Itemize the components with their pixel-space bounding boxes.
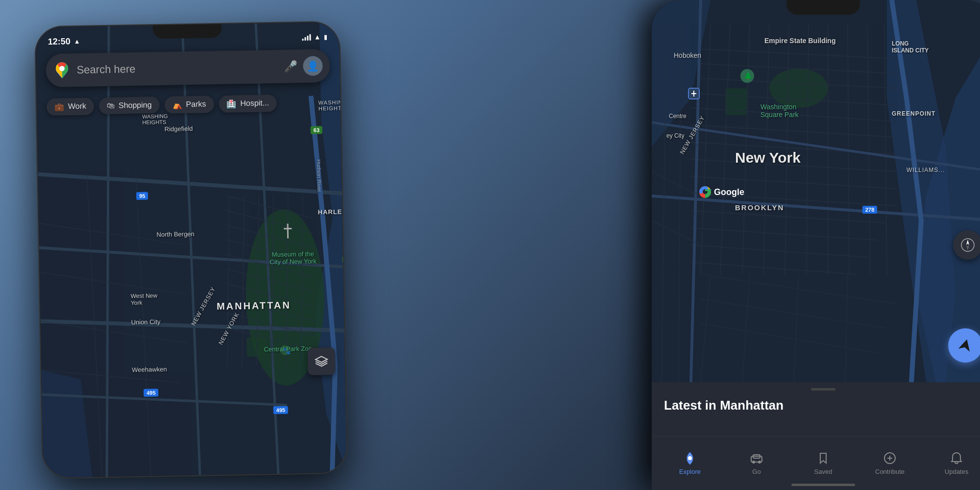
hospital-icon: 🏥 xyxy=(226,99,236,108)
direction-arrow-icon xyxy=(956,337,974,354)
tab-saved[interactable]: Saved xyxy=(790,451,857,475)
tab-updates[interactable]: Updates xyxy=(923,451,980,475)
explore-tab-icon xyxy=(683,451,697,465)
route-badge-278: 278 xyxy=(862,206,877,214)
svg-point-87 xyxy=(688,456,692,460)
compass-button[interactable] xyxy=(953,230,980,260)
explore-tab-label: Explore xyxy=(679,468,701,475)
svg-rect-36 xyxy=(342,256,347,263)
route-badge-63: 63 xyxy=(311,126,323,134)
google-maps-logo xyxy=(53,61,71,79)
pill-work[interactable]: 💼 Work xyxy=(47,98,95,116)
compass-icon xyxy=(960,238,975,252)
status-time: 12:50 ▲ xyxy=(48,36,80,47)
google-branding: Google xyxy=(698,185,744,199)
shopping-icon: 🛍 xyxy=(107,101,115,110)
category-pills: 💼 Work 🛍 Shopping ⛺ Parks 🏥 Hospit... xyxy=(46,90,341,119)
bottom-panel: Latest in Manhattan Explore xyxy=(652,382,980,490)
go-tab-label: Go xyxy=(752,468,760,475)
tab-explore[interactable]: Explore xyxy=(657,451,723,475)
microphone-icon[interactable]: 🎤 xyxy=(284,60,297,73)
route-badge-95: 95 xyxy=(136,192,148,200)
search-bar[interactable]: Search here 🎤 👤 xyxy=(46,49,330,87)
svg-text:M: M xyxy=(343,257,347,262)
map-background-right[interactable]: 🌲 Hoboken Empire State Building LONGISLA… xyxy=(652,0,980,382)
go-tab-icon xyxy=(750,451,763,465)
svg-text:🌲: 🌲 xyxy=(744,72,753,80)
updates-tab-label: Updates xyxy=(945,468,968,475)
svg-point-91 xyxy=(758,461,761,464)
layers-icon xyxy=(315,354,328,368)
contribute-tab-icon xyxy=(883,451,897,465)
user-avatar[interactable]: 👤 xyxy=(303,56,323,76)
signal-icon xyxy=(302,34,311,41)
battery-icon: ▮ xyxy=(323,33,327,41)
search-input[interactable]: Search here xyxy=(76,60,278,76)
map-layers-button[interactable] xyxy=(308,347,336,375)
wifi-icon: ▲ xyxy=(314,33,320,41)
google-logo-right xyxy=(698,185,712,199)
route-badge-495-left: 495 xyxy=(144,389,159,397)
updates-tab-icon xyxy=(950,451,963,465)
phone-right: 🌲 Hoboken Empire State Building LONGISLA… xyxy=(652,0,980,490)
notch xyxy=(153,24,221,39)
pill-shopping[interactable]: 🛍 Shopping xyxy=(99,97,160,114)
contribute-tab-label: Contribute xyxy=(875,468,905,475)
panel-title: Latest in Manhattan xyxy=(652,391,980,413)
home-indicator xyxy=(791,484,855,486)
svg-marker-85 xyxy=(966,240,969,245)
svg-line-32 xyxy=(288,224,288,239)
svg-point-41 xyxy=(769,69,828,108)
pill-hospitals[interactable]: 🏥 Hospit... xyxy=(219,94,277,112)
tab-contribute[interactable]: Contribute xyxy=(857,451,923,475)
tab-go[interactable]: Go xyxy=(723,451,790,475)
saved-tab-label: Saved xyxy=(814,468,833,475)
notch-right xyxy=(786,0,860,15)
location-arrow-icon: ▲ xyxy=(74,37,80,45)
briefcase-icon: 💼 xyxy=(54,102,64,111)
route-badge-495-right: 495 xyxy=(273,406,289,415)
phone-right-screen: 🌲 Hoboken Empire State Building LONGISLA… xyxy=(652,0,980,490)
phone-left-screen: 🐾 M Ridgefield North Bergen West NewYork… xyxy=(35,22,347,478)
pill-parks[interactable]: ⛺ Parks xyxy=(164,96,214,114)
saved-tab-icon xyxy=(816,451,830,465)
phone-left: 🐾 M Ridgefield North Bergen West NewYork… xyxy=(35,22,347,478)
svg-point-90 xyxy=(752,461,755,464)
svg-text:🐾: 🐾 xyxy=(282,346,291,355)
parks-icon: ⛺ xyxy=(172,100,182,109)
tab-bar: Explore Go Saved xyxy=(652,436,980,490)
direction-button[interactable] xyxy=(948,328,980,363)
svg-marker-86 xyxy=(966,245,969,250)
status-icons: ▲ ▮ xyxy=(302,33,327,41)
